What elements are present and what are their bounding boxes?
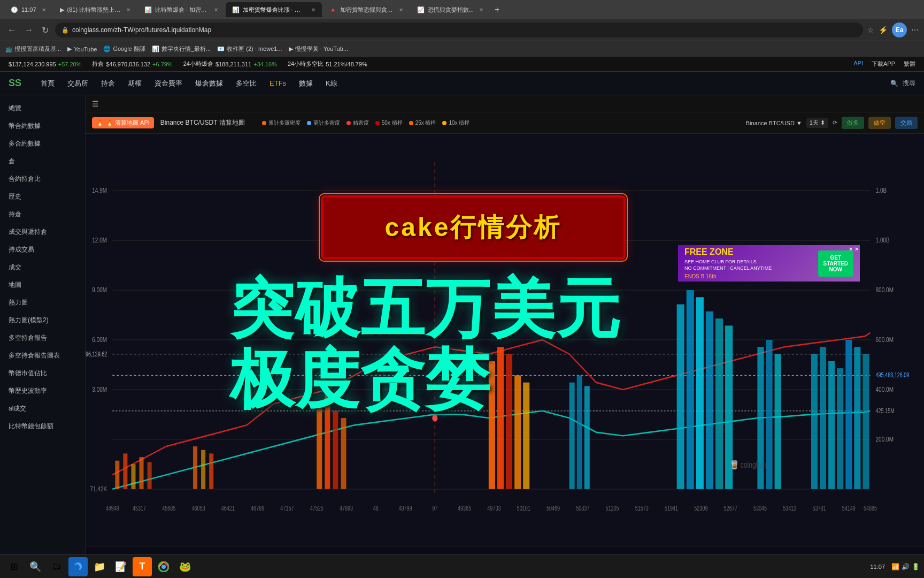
forward-button[interactable]: → — [22, 23, 35, 37]
site-nav: SS 首頁 交易所 持倉 期權 資金費率 爆倉數據 多空比 ETFs 數據 K線… — [0, 72, 924, 95]
nav-search[interactable]: 🔍 搜尋 — [890, 79, 915, 88]
sidebar-item-report-chart[interactable]: 多空持倉報告圖表 — [0, 347, 85, 364]
svg-text:54885: 54885 — [864, 504, 877, 512]
language-btn[interactable]: 繁體 — [904, 60, 915, 68]
site-logo[interactable]: SS — [9, 78, 21, 89]
svg-rect-58 — [837, 368, 843, 489]
download-app-link[interactable]: 下載APP — [872, 60, 895, 68]
svg-text:53045: 53045 — [753, 504, 767, 512]
nav-liquidation[interactable]: 爆倉數據 — [195, 77, 223, 90]
sidebar-item-btc-wallet[interactable]: 比特幣錢包餘額 — [0, 417, 85, 435]
tab-1-close[interactable]: ✕ — [42, 7, 46, 13]
nav-data[interactable]: 數據 — [299, 77, 313, 90]
nav-options[interactable]: 期權 — [128, 77, 142, 90]
sidebar-item-report[interactable]: 多空持倉報告 — [0, 329, 85, 347]
tab-5-close[interactable]: ✕ — [399, 7, 403, 13]
svg-text:600.0M: 600.0M — [876, 336, 894, 344]
sidebar-item-position[interactable]: 倉 — [0, 153, 85, 170]
tab-4-active[interactable]: 📊 加密貨幣爆倉比漲 · 加密貨幣... ✕ — [226, 2, 322, 17]
sidebar-item-overview[interactable]: 總覽 — [0, 100, 85, 117]
bookmark-5[interactable]: 📧 收件匣 (2) · mewe1... — [217, 45, 282, 53]
api-badge[interactable]: 🔥 🔥 清算地圖 API — [92, 117, 154, 128]
bookmark-4[interactable]: 📊 數字央行情_最析... — [152, 45, 211, 53]
sidebar-item-coin-futures[interactable]: 幣合約數據 — [0, 117, 85, 135]
sidebar-item-heatmap2[interactable]: 熱力圖(模型2) — [0, 311, 85, 329]
network-icon: 📶 — [891, 563, 899, 571]
new-tab-button[interactable]: + — [491, 3, 504, 16]
svg-rect-50 — [715, 318, 723, 489]
tab-2[interactable]: ▶ (81) 比特幣漲勢上漲｜比特幣... ✕ — [53, 2, 137, 17]
nav-holdings[interactable]: 持倉 — [101, 77, 115, 90]
legend-precision-dot — [346, 121, 351, 125]
svg-rect-49 — [706, 311, 713, 489]
trade-button[interactable]: 交易 — [895, 117, 918, 129]
sidebar-item-multi-futures[interactable]: 多合約數據 — [0, 135, 85, 153]
tab-1-icon: 🕐 — [11, 6, 18, 13]
user-avatar[interactable]: Ea — [892, 22, 907, 37]
bookmark-1[interactable]: 📺 慢慢置富積及基... — [5, 45, 61, 53]
sidebar-item-trade-hold[interactable]: 成交與遞持倉 — [0, 223, 85, 241]
nav-ratio[interactable]: 多空比 — [236, 77, 257, 90]
nav-kline[interactable]: K線 — [326, 77, 337, 90]
tab-2-close[interactable]: ✕ — [126, 7, 130, 13]
nav-etfs[interactable]: ETFs — [270, 77, 286, 89]
legend-50x-label: 50x 槓桿 — [382, 119, 403, 127]
holdings-value: $46,970,036.132 — [106, 61, 150, 67]
sidebar-item-position-ratio[interactable]: 合約持倉比 — [0, 170, 85, 188]
svg-text:425.15M: 425.15M — [876, 407, 895, 414]
start-button[interactable]: ⊞ — [4, 557, 24, 576]
tab-5[interactable]: 🔺 加密貨幣恐懼與貪婪... ✕ — [323, 2, 410, 17]
hamburger-icon[interactable]: ☰ — [92, 100, 99, 108]
search-button[interactable]: 🔍 — [26, 557, 45, 576]
tab-6-close[interactable]: ✕ — [479, 7, 483, 13]
sidebar-item-hold-trade[interactable]: 持成交易 — [0, 241, 85, 258]
nav-exchange[interactable]: 交易所 — [67, 77, 88, 90]
battery-icon: 🔋 — [912, 563, 920, 571]
chrome-button[interactable] — [154, 557, 173, 576]
address-bar[interactable]: 🔒 coinglass.com/zh-TW/pro/futures/Liquid… — [55, 22, 863, 37]
edge-button[interactable] — [68, 557, 88, 576]
menu-icon[interactable]: ⋯ — [911, 26, 919, 34]
tab-1[interactable]: 🕐 11:07 ✕ — [4, 2, 52, 17]
bookmark-2[interactable]: ▶ YouTube — [67, 45, 97, 52]
app-t-button[interactable]: T — [133, 557, 152, 576]
svg-text:1.0B: 1.0B — [876, 186, 887, 194]
svg-text:12.0M: 12.0M — [92, 236, 107, 244]
app-frog-button[interactable]: 🐸 — [175, 557, 195, 576]
tab-3-label: 比特幣爆倉 · 加密貨幣... — [155, 6, 209, 14]
explorer-button[interactable]: 📁 — [90, 557, 109, 576]
bookmark-star-icon[interactable]: ☆ — [867, 26, 874, 34]
sidebar-item-history[interactable]: 歷史 — [0, 188, 85, 206]
sidebar-item-trade[interactable]: 成交 — [0, 258, 85, 276]
sidebar-item-market-cap[interactable]: 幣德市值佔比 — [0, 364, 85, 382]
reload-button[interactable]: ↻ — [40, 23, 51, 37]
extensions-icon[interactable]: ⚡ — [879, 26, 888, 34]
refresh-icon[interactable]: ⟳ — [833, 119, 837, 126]
liquidation-label: 24小時爆倉 — [183, 60, 213, 68]
long-button[interactable]: 做多 — [842, 117, 864, 129]
tab-3-close[interactable]: ✕ — [214, 7, 218, 13]
nav-home[interactable]: 首頁 — [41, 77, 55, 90]
pair-selector[interactable]: Binance BTC/USD ▼ — [746, 120, 802, 126]
back-button[interactable]: ← — [5, 23, 18, 37]
bookmark-3[interactable]: 🌐 Google 翻譯 — [103, 45, 145, 53]
bookmark-6[interactable]: ▶ 慢慢學黃 · YouTub... — [289, 45, 348, 53]
nav-funding[interactable]: 資金費率 — [155, 77, 182, 90]
sidebar-item-map[interactable]: 地圖 — [0, 276, 85, 294]
sidebar-item-heatmap[interactable]: 熱力圖 — [0, 294, 85, 311]
chart-area: 🔥 🔥 清算地圖 API Binance BTC/USDT 清算地圖 累計多軍密… — [86, 112, 924, 546]
notepad-button[interactable]: 📝 — [111, 557, 130, 576]
tab-4-icon: 📊 — [232, 6, 240, 13]
sidebar-item-al-trade[interactable]: al成交 — [0, 400, 85, 417]
sidebar-item-volatility[interactable]: 幣歷史波動率 — [0, 382, 85, 400]
svg-rect-30 — [148, 462, 152, 489]
tab-6[interactable]: 📈 恐慌與貪婪指數... ✕ — [411, 2, 490, 17]
api-link[interactable]: API — [853, 60, 863, 68]
short-button[interactable]: 做空 — [868, 117, 891, 129]
timeframe-selector[interactable]: 1天 ⬍ — [806, 118, 828, 128]
clock-time: 11:07 — [870, 564, 885, 570]
tab-4-close[interactable]: ✕ — [311, 7, 315, 13]
task-view-button[interactable]: 🗂 — [47, 557, 66, 576]
tab-3[interactable]: 📊 比特幣爆倉 · 加密貨幣... ✕ — [138, 2, 225, 17]
sidebar-item-hold[interactable]: 持倉 — [0, 206, 85, 223]
